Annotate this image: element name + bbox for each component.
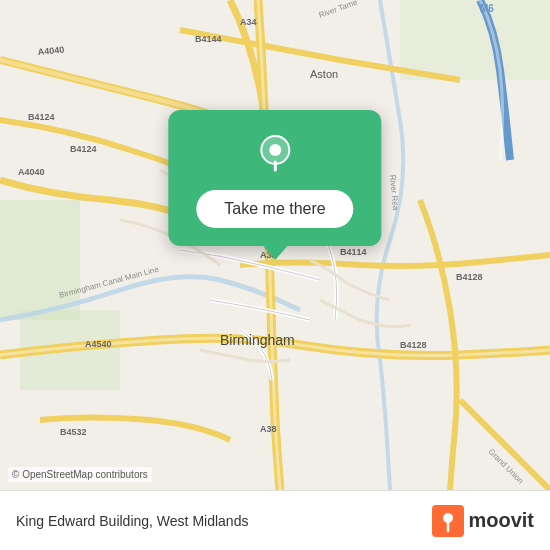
svg-text:Aston: Aston bbox=[310, 68, 338, 80]
navigation-popup: Take me there bbox=[168, 110, 381, 246]
location-label: King Edward Building, West Midlands bbox=[16, 513, 248, 529]
svg-text:B4114: B4114 bbox=[340, 247, 367, 257]
moovit-logo: moovit bbox=[432, 505, 534, 537]
svg-text:M6: M6 bbox=[480, 3, 494, 14]
svg-text:B4144: B4144 bbox=[195, 34, 222, 44]
svg-text:A34: A34 bbox=[240, 17, 257, 27]
moovit-logo-icon bbox=[432, 505, 464, 537]
svg-text:Birmingham: Birmingham bbox=[220, 332, 295, 348]
bottom-bar: King Edward Building, West Midlands moov… bbox=[0, 490, 550, 550]
svg-text:B4124: B4124 bbox=[28, 112, 55, 122]
map-container: A4040 A34 B4144 A4040 B4124 B4124 A4540 … bbox=[0, 0, 550, 490]
svg-point-27 bbox=[269, 144, 281, 156]
svg-text:A38: A38 bbox=[260, 424, 277, 434]
moovit-text: moovit bbox=[468, 509, 534, 532]
location-pin-icon bbox=[251, 130, 299, 178]
svg-text:B4128: B4128 bbox=[456, 272, 483, 282]
take-me-there-button[interactable]: Take me there bbox=[196, 190, 353, 228]
svg-rect-1 bbox=[0, 200, 80, 320]
svg-text:B4128: B4128 bbox=[400, 340, 427, 350]
map-copyright: © OpenStreetMap contributors bbox=[8, 467, 152, 482]
svg-text:B4124: B4124 bbox=[70, 144, 97, 154]
svg-text:A4040: A4040 bbox=[18, 167, 45, 177]
svg-text:A4540: A4540 bbox=[85, 339, 112, 349]
svg-text:B4532: B4532 bbox=[60, 427, 87, 437]
svg-rect-3 bbox=[400, 0, 550, 80]
